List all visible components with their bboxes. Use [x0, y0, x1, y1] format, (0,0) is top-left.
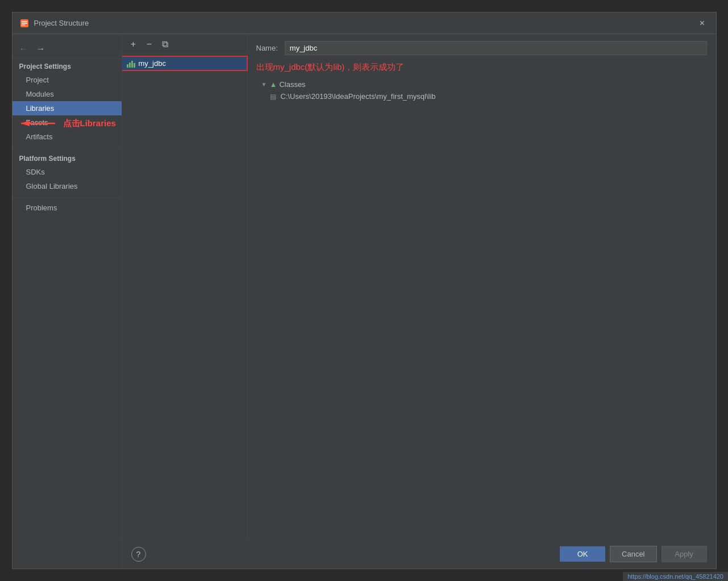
sidebar-item-global-libraries[interactable]: Global Libraries: [13, 179, 122, 193]
ok-button[interactable]: OK: [560, 546, 605, 562]
library-list: my_jdbc: [122, 55, 247, 539]
copy-library-button[interactable]: ⧉: [159, 38, 172, 51]
name-row: Name:: [256, 41, 707, 55]
tree-item-path: ▤ C:\Users\20193\IdeaProjects\my_first_m…: [265, 90, 707, 102]
app-icon: [19, 18, 30, 28]
url-bar: https://blog.csdn.net/qq_45821420: [623, 572, 728, 581]
classes-label: Classes: [279, 80, 305, 89]
sidebar-item-sdks[interactable]: SDKs: [13, 165, 122, 179]
help-button[interactable]: ?: [131, 547, 146, 562]
add-library-button[interactable]: +: [127, 38, 140, 51]
library-bar-icon: [127, 60, 135, 68]
sidebar-divider-2: [13, 197, 122, 197]
bottom-bar: ? OK Cancel Apply: [122, 539, 716, 568]
back-arrow[interactable]: ←: [17, 43, 31, 55]
arrow-annotation: 点击Libraries: [15, 115, 116, 131]
action-buttons: OK Cancel Apply: [560, 546, 706, 562]
cancel-button[interactable]: Cancel: [610, 546, 656, 562]
remove-library-button[interactable]: −: [143, 38, 156, 51]
tree-view: ▼ ▲ Classes ▤ C:\Users\20193\IdeaProject…: [256, 78, 707, 532]
title-bar: Project Structure ×: [13, 13, 716, 34]
sidebar-item-artifacts[interactable]: Artifacts: [13, 130, 122, 144]
classes-icon: ▲: [270, 80, 277, 89]
arrow-icon: [15, 115, 61, 131]
name-label: Name:: [256, 44, 278, 52]
name-input[interactable]: [285, 41, 707, 55]
apply-button[interactable]: Apply: [662, 546, 707, 562]
sidebar: ← → Project Settings Project Modules Lib…: [13, 34, 122, 568]
content-area: ← → Project Settings Project Modules Lib…: [13, 34, 716, 568]
tree-children: ▤ C:\Users\20193\IdeaProjects\my_first_m…: [256, 90, 707, 102]
panel-toolbar: + − ⧉: [122, 34, 247, 55]
forward-arrow[interactable]: →: [34, 43, 48, 55]
svg-rect-1: [22, 21, 27, 22]
close-button[interactable]: ×: [696, 16, 709, 30]
lib-list-container: + − ⧉ my_jdbc: [122, 34, 247, 539]
sidebar-item-libraries[interactable]: Libraries: [13, 101, 122, 115]
nav-bar: ← →: [13, 39, 122, 59]
annotation-label: 点击Libraries: [63, 118, 116, 129]
svg-rect-2: [22, 23, 27, 24]
path-label: C:\Users\20193\IdeaProjects\my_first_mys…: [281, 92, 436, 101]
main-panel: + − ⧉ my_jdbc: [122, 34, 716, 568]
folder-icon: ▤: [270, 93, 276, 101]
platform-settings-header: Platform Settings: [13, 151, 122, 165]
svg-rect-3: [22, 24, 25, 26]
sidebar-item-modules[interactable]: Modules: [13, 87, 122, 101]
annotation-text: 出现my_jdbc(默认为lib)，则表示成功了: [256, 62, 707, 73]
tree-item-classes: ▼ ▲ Classes: [256, 78, 707, 90]
project-structure-dialog: Project Structure × ← → Project Settings…: [12, 12, 717, 569]
tree-toggle[interactable]: ▼: [261, 81, 268, 88]
panel-split: + − ⧉ my_jdbc: [122, 34, 716, 539]
sidebar-divider: [13, 147, 122, 148]
library-item-label: my_jdbc: [139, 59, 166, 68]
window-title: Project Structure: [34, 19, 696, 27]
project-settings-header: Project Settings: [13, 59, 122, 73]
sidebar-item-problems[interactable]: Problems: [13, 201, 122, 215]
library-item-my-jdbc[interactable]: my_jdbc: [122, 57, 247, 70]
sidebar-item-project[interactable]: Project: [13, 73, 122, 87]
detail-pane: Name: 出现my_jdbc(默认为lib)，则表示成功了 ▼ ▲ Class…: [247, 34, 716, 539]
